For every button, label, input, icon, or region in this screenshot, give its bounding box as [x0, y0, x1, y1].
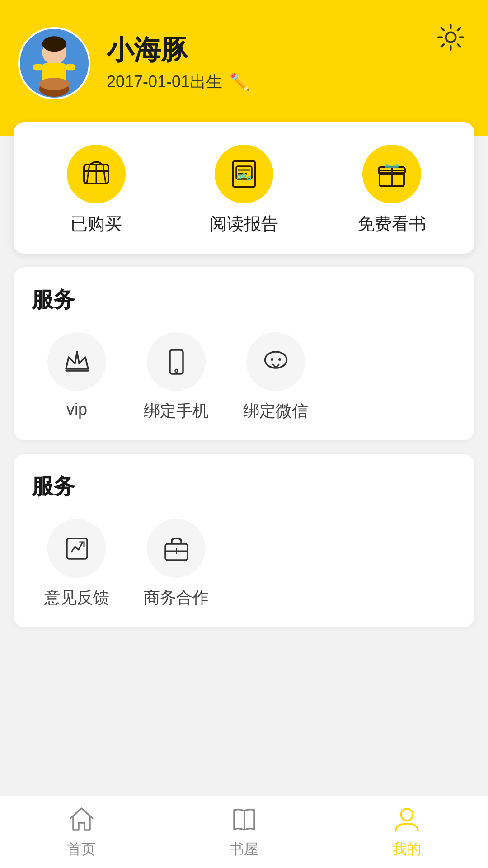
bottom-nav: 首页 书屋 我的 — [0, 796, 488, 868]
service-items-1: vip 绑定手机 — [32, 332, 456, 422]
svg-rect-26 — [170, 350, 183, 374]
service-item-feedback[interactable]: 意见反馈 — [32, 519, 122, 609]
business-icon-wrap — [147, 519, 206, 578]
svg-point-29 — [271, 358, 273, 361]
svg-point-28 — [265, 352, 286, 368]
service-title-2: 服务 — [32, 472, 456, 501]
svg-point-30 — [278, 358, 281, 361]
quick-action-reading-report[interactable]: 阅读报告 — [170, 145, 318, 236]
service-card-2: 服务 意见反馈 — [14, 454, 474, 627]
bookstore-nav-label: 书屋 — [230, 840, 258, 859]
quick-actions-card: 已购买 阅读报告 — [14, 122, 474, 254]
service-title-1: 服务 — [32, 285, 456, 314]
crown-icon — [62, 347, 92, 377]
user-icon — [392, 805, 422, 834]
user-name: 小海豚 — [107, 34, 470, 66]
feedback-icon-wrap — [47, 519, 106, 578]
quick-action-free-books[interactable]: 免费看书 — [318, 145, 465, 236]
cart-icon-wrap — [67, 145, 126, 203]
home-icon — [67, 805, 96, 834]
svg-point-19 — [242, 174, 246, 177]
crown-icon-wrap — [47, 332, 106, 391]
service-item-bind-wechat[interactable]: 绑定微信 — [230, 332, 321, 422]
service-items-2: 意见反馈 商务合作 — [32, 519, 456, 609]
user-info: 小海豚 2017-01-01出生 ✏️ — [107, 34, 470, 93]
business-label: 商务合作 — [144, 587, 209, 609]
svg-point-18 — [237, 175, 241, 179]
phone-icon — [162, 347, 191, 377]
service-card-1: 服务 vip 绑定手 — [14, 267, 474, 440]
svg-point-36 — [401, 809, 413, 821]
book-icon — [230, 805, 259, 834]
svg-point-8 — [446, 33, 456, 42]
header: 小海豚 2017-01-01出生 ✏️ — [0, 0, 488, 136]
svg-rect-5 — [65, 64, 76, 70]
report-icon-wrap — [215, 145, 273, 203]
reading-report-label: 阅读报告 — [210, 212, 278, 236]
service-item-vip[interactable]: vip — [32, 332, 122, 422]
feedback-icon — [62, 534, 92, 563]
feedback-label: 意见反馈 — [44, 587, 109, 609]
settings-button[interactable] — [436, 23, 465, 58]
vip-label: vip — [66, 400, 87, 419]
svg-rect-4 — [33, 64, 44, 70]
svg-point-2 — [42, 36, 66, 52]
svg-line-13 — [103, 165, 106, 184]
content-area: 已购买 阅读报告 — [0, 122, 488, 722]
mine-nav-label: 我的 — [392, 840, 421, 859]
cart-icon — [80, 158, 112, 190]
wechat-icon-wrap — [246, 332, 305, 391]
business-icon — [162, 534, 191, 563]
gift-icon-wrap — [362, 145, 421, 203]
svg-point-20 — [247, 176, 251, 180]
gift-icon — [376, 158, 408, 190]
svg-point-27 — [175, 369, 178, 372]
svg-point-7 — [39, 78, 70, 90]
service-item-business[interactable]: 商务合作 — [131, 519, 221, 609]
nav-mine[interactable]: 我的 — [325, 805, 488, 859]
bind-phone-label: 绑定手机 — [144, 400, 209, 422]
svg-line-11 — [87, 165, 89, 184]
user-birth: 2017-01-01出生 ✏️ — [107, 71, 470, 93]
edit-icon[interactable]: ✏️ — [230, 72, 250, 91]
home-nav-label: 首页 — [67, 840, 96, 859]
nav-bookstore[interactable]: 书屋 — [163, 805, 325, 859]
report-icon — [228, 158, 260, 190]
free-books-label: 免费看书 — [357, 212, 426, 236]
purchased-label: 已购买 — [70, 212, 122, 236]
wechat-icon — [261, 347, 291, 377]
phone-icon-wrap — [147, 332, 206, 391]
bind-wechat-label: 绑定微信 — [243, 400, 308, 422]
service-item-bind-phone[interactable]: 绑定手机 — [131, 332, 221, 422]
avatar[interactable] — [18, 27, 90, 99]
quick-action-purchased[interactable]: 已购买 — [23, 145, 170, 236]
nav-home[interactable]: 首页 — [0, 805, 163, 859]
